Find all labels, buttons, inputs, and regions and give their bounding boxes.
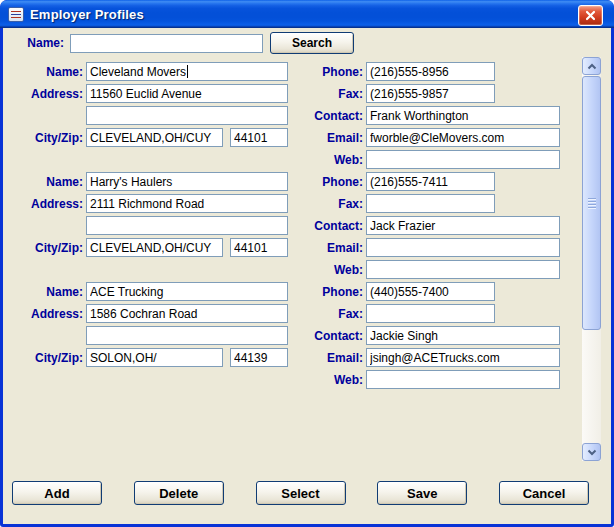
name-input[interactable]: [86, 172, 288, 191]
email-input[interactable]: [366, 238, 560, 257]
vertical-scrollbar[interactable]: [582, 57, 601, 461]
phone-input[interactable]: [366, 172, 495, 191]
add-button[interactable]: Add: [12, 481, 102, 505]
zip-input[interactable]: [230, 238, 288, 257]
text-caret: [187, 65, 188, 78]
web-input[interactable]: [366, 260, 560, 279]
address2-input[interactable]: [86, 216, 288, 235]
records-list: Name: Address: City/Zip:: [3, 62, 582, 392]
contact-label: Contact:: [283, 219, 363, 233]
chevron-down-icon: [587, 449, 597, 456]
name-input[interactable]: [86, 282, 288, 301]
city-input[interactable]: [86, 238, 223, 257]
record-3-right-column: Phone: Fax: Contact: Email:: [283, 282, 560, 392]
city-zip-label: City/Zip:: [3, 351, 83, 365]
delete-button[interactable]: Delete: [134, 481, 224, 505]
email-label: Email:: [283, 351, 363, 365]
email-input[interactable]: [366, 348, 560, 367]
address-label: Address:: [3, 307, 83, 321]
address2-input[interactable]: [86, 106, 288, 125]
web-input[interactable]: [366, 370, 560, 389]
record-block-2: Name: Address: City/Zip:: [3, 172, 582, 279]
address1-input[interactable]: [86, 304, 288, 323]
fax-input[interactable]: [366, 194, 495, 213]
phone-input[interactable]: [366, 282, 495, 301]
search-name-label: Name:: [3, 36, 64, 50]
employer-profiles-window: Employer Profiles Name: Search Name:: [0, 0, 614, 527]
city-input[interactable]: [86, 348, 223, 367]
name-label: Name:: [3, 175, 83, 189]
address2-input[interactable]: [86, 326, 288, 345]
web-label: Web:: [283, 373, 363, 387]
contact-input[interactable]: [366, 106, 560, 125]
search-button[interactable]: Search: [270, 32, 354, 54]
cancel-button[interactable]: Cancel: [499, 481, 589, 505]
search-row: Name: Search: [3, 32, 354, 54]
record-block-3: Name: Address: City/Zip:: [3, 282, 582, 389]
contact-label: Contact:: [283, 109, 363, 123]
contact-input[interactable]: [366, 216, 560, 235]
fax-label: Fax:: [283, 307, 363, 321]
record-1-left-column: Name: Address: City/Zip:: [3, 62, 288, 150]
address1-input[interactable]: [86, 194, 288, 213]
phone-label: Phone:: [283, 65, 363, 79]
contact-label: Contact:: [283, 329, 363, 343]
fax-input[interactable]: [366, 84, 495, 103]
titlebar[interactable]: Employer Profiles: [0, 0, 614, 28]
scroll-thumb-grip-icon: [588, 198, 596, 209]
email-input[interactable]: [366, 128, 560, 147]
scroll-down-button[interactable]: [582, 443, 601, 461]
scroll-up-button[interactable]: [582, 57, 601, 75]
phone-label: Phone:: [283, 175, 363, 189]
phone-input[interactable]: [366, 62, 495, 81]
record-2-right-column: Phone: Fax: Contact: Email:: [283, 172, 560, 282]
web-label: Web:: [283, 263, 363, 277]
close-icon: [585, 10, 596, 21]
record-1-right-column: Phone: Fax: Contact: Email:: [283, 62, 560, 172]
zip-input[interactable]: [230, 128, 288, 147]
record-3-left-column: Name: Address: City/Zip:: [3, 282, 288, 370]
fax-input[interactable]: [366, 304, 495, 323]
record-2-left-column: Name: Address: City/Zip:: [3, 172, 288, 260]
action-button-row: Add Delete Select Save Cancel: [12, 481, 589, 505]
email-label: Email:: [283, 131, 363, 145]
name-label: Name:: [3, 285, 83, 299]
city-zip-label: City/Zip:: [3, 241, 83, 255]
name-label: Name:: [3, 65, 83, 79]
zip-input[interactable]: [230, 348, 288, 367]
address-label: Address:: [3, 197, 83, 211]
city-input[interactable]: [86, 128, 223, 147]
chevron-up-icon: [587, 63, 597, 70]
phone-label: Phone:: [283, 285, 363, 299]
contact-input[interactable]: [366, 326, 560, 345]
save-button[interactable]: Save: [377, 481, 467, 505]
scroll-thumb[interactable]: [582, 76, 601, 330]
fax-label: Fax:: [283, 197, 363, 211]
web-label: Web:: [283, 153, 363, 167]
web-input[interactable]: [366, 150, 560, 169]
address1-input[interactable]: [86, 84, 288, 103]
email-label: Email:: [283, 241, 363, 255]
city-zip-label: City/Zip:: [3, 131, 83, 145]
fax-label: Fax:: [283, 87, 363, 101]
select-button[interactable]: Select: [256, 481, 346, 505]
close-button[interactable]: [578, 5, 603, 26]
dialog-client-area: Name: Search Name: Address:: [3, 28, 611, 524]
address-label: Address:: [3, 87, 83, 101]
window-title: Employer Profiles: [30, 7, 144, 22]
search-input[interactable]: [70, 34, 263, 53]
app-window-icon: [8, 7, 24, 22]
record-block-1: Name: Address: City/Zip:: [3, 62, 582, 169]
